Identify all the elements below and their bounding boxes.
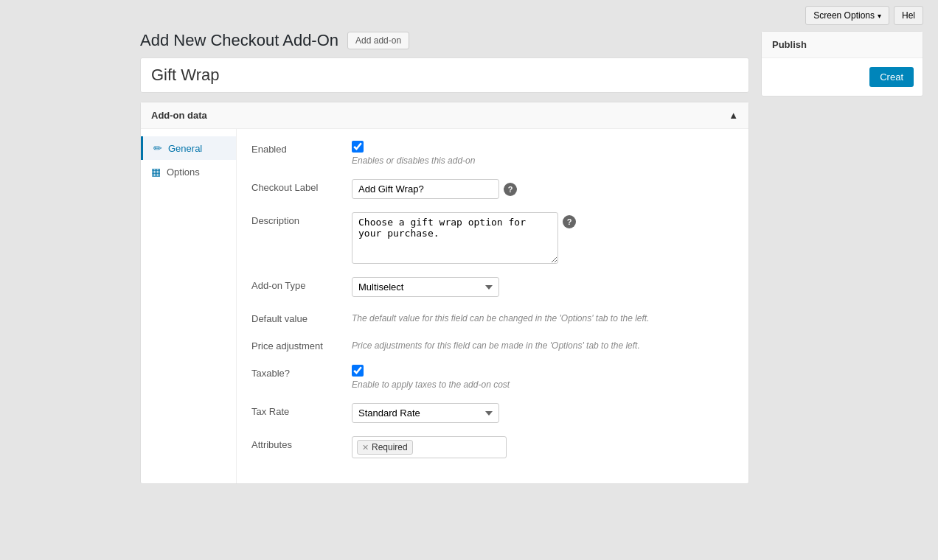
attributes-row: Attributes ✕ Required: [251, 436, 734, 458]
taxable-label: Taxable?: [251, 365, 340, 379]
price-adjustment-help-text: Price adjustments for this field can be …: [352, 340, 734, 351]
enabled-checkbox-wrapper: [352, 141, 734, 153]
taxable-checkbox-wrapper: [352, 365, 734, 377]
collapse-icon: ▲: [729, 110, 738, 121]
price-adjustment-content: Price adjustments for this field can be …: [352, 337, 734, 351]
description-row: Description Choose a gift wrap option fo…: [251, 212, 734, 264]
page-heading: Add New Checkout Add-On Add add-on: [140, 31, 749, 50]
help-label: Hel: [902, 10, 915, 21]
enabled-content: Enables or disables this add-on: [352, 141, 734, 166]
taxable-content: Enable to apply taxes to the add-on cost: [352, 365, 734, 390]
tax-rate-row: Tax Rate Standard Rate Reduced Rate Zero…: [251, 403, 734, 423]
main-container: Add New Checkout Add-On Add add-on Add-o…: [0, 31, 938, 499]
screen-options-label: Screen Options: [813, 10, 875, 21]
addon-data-body: ✏ General ▦ Options Enabled: [141, 129, 748, 483]
pencil-icon: ✏: [153, 142, 162, 154]
enabled-help-text: Enables or disables this add-on: [352, 155, 734, 166]
title-input[interactable]: [141, 58, 748, 92]
title-input-wrapper: [140, 57, 749, 93]
chevron-down-icon: ▾: [878, 12, 881, 20]
content-area: Add New Checkout Add-On Add add-on Add-o…: [140, 31, 749, 484]
publish-header: Publish: [762, 32, 923, 58]
tab-general-label: General: [168, 143, 202, 154]
tab-options[interactable]: ▦ Options: [141, 160, 236, 183]
tax-rate-select[interactable]: Standard Rate Reduced Rate Zero Rate: [352, 403, 499, 423]
attributes-content: ✕ Required: [352, 436, 734, 458]
default-value-help-text: The default value for this field can be …: [352, 313, 734, 323]
publish-body: Creat: [762, 58, 923, 96]
taxable-row: Taxable? Enable to apply taxes to the ad…: [251, 365, 734, 390]
attributes-label: Attributes: [251, 436, 340, 450]
addon-data-box: Add-on data ▲ ✏ General ▦ Options: [140, 102, 749, 484]
checkout-label-input[interactable]: [352, 179, 499, 199]
addon-type-select[interactable]: Multiselect Checkbox Text File Upload Cu…: [352, 277, 499, 297]
addon-data-header-title: Add-on data: [151, 110, 207, 121]
description-label: Description: [251, 212, 340, 226]
default-value-label: Default value: [251, 310, 340, 324]
addon-data-header[interactable]: Add-on data ▲: [141, 102, 748, 129]
create-button[interactable]: Creat: [869, 67, 914, 87]
checkout-label-label: Checkout Label: [251, 179, 340, 193]
screen-options-button[interactable]: Screen Options ▾: [805, 6, 889, 25]
tab-general[interactable]: ✏ General: [141, 136, 236, 160]
tag-label: Required: [372, 442, 408, 452]
fields-area: Enabled Enables or disables this add-on …: [237, 129, 748, 483]
required-tag: ✕ Required: [357, 440, 413, 455]
checkout-label-content: ?: [352, 179, 734, 199]
enabled-label: Enabled: [251, 141, 340, 155]
price-adjustment-row: Price adjustment Price adjustments for t…: [251, 337, 734, 351]
enabled-row: Enabled Enables or disables this add-on: [251, 141, 734, 166]
sidebar-panel: Publish Creat: [761, 31, 923, 484]
page-title: Add New Checkout Add-On: [140, 31, 338, 50]
addon-type-content: Multiselect Checkbox Text File Upload Cu…: [352, 277, 734, 297]
grid-icon: ▦: [151, 166, 161, 178]
add-addon-button[interactable]: Add add-on: [347, 32, 409, 49]
checkout-label-row: Checkout Label ?: [251, 179, 734, 199]
addon-type-label: Add-on Type: [251, 277, 340, 291]
top-bar: Screen Options ▾ Hel: [0, 0, 938, 31]
tax-rate-label: Tax Rate: [251, 403, 340, 417]
tab-options-label: Options: [167, 167, 200, 178]
help-button[interactable]: Hel: [894, 6, 923, 25]
addon-type-row: Add-on Type Multiselect Checkbox Text Fi…: [251, 277, 734, 297]
default-value-content: The default value for this field can be …: [352, 310, 734, 323]
attributes-tag-input[interactable]: ✕ Required: [352, 436, 507, 458]
taxable-checkbox[interactable]: [352, 365, 364, 377]
tax-rate-content: Standard Rate Reduced Rate Zero Rate: [352, 403, 734, 423]
publish-box: Publish Creat: [761, 31, 923, 97]
description-content: Choose a gift wrap option for your purch…: [352, 212, 734, 264]
description-textarea[interactable]: Choose a gift wrap option for your purch…: [352, 212, 558, 264]
checkout-label-help-icon[interactable]: ?: [504, 183, 517, 196]
price-adjustment-label: Price adjustment: [251, 337, 340, 351]
tag-remove-icon[interactable]: ✕: [362, 443, 369, 452]
taxable-help-text: Enable to apply taxes to the add-on cost: [352, 379, 734, 390]
default-value-row: Default value The default value for this…: [251, 310, 734, 324]
description-help-icon[interactable]: ?: [563, 215, 576, 228]
sidebar-tabs: ✏ General ▦ Options: [141, 129, 237, 483]
enabled-checkbox[interactable]: [352, 141, 364, 153]
